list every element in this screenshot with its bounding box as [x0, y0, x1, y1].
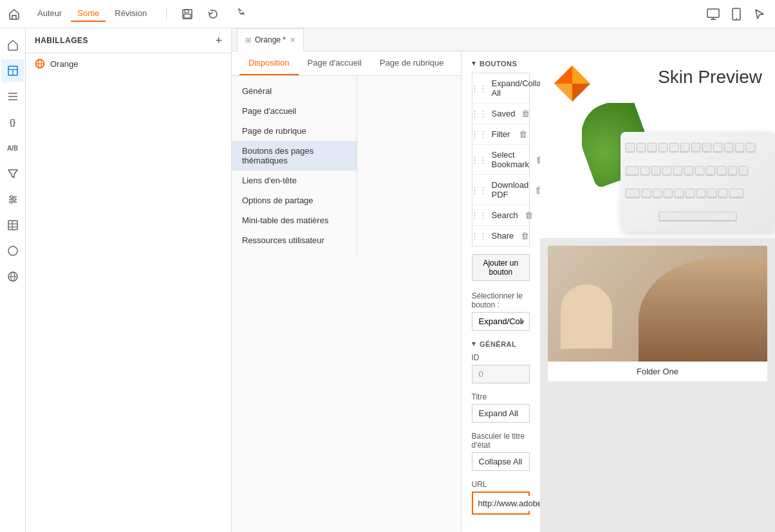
content-panels: Disposition Page d'accueil Page de rubri…	[232, 51, 775, 532]
topbar-divider	[166, 8, 167, 21]
sidebar-icon-globe[interactable]	[1, 265, 24, 288]
redo-button[interactable]	[231, 6, 247, 22]
sidebar-icon-filter[interactable]	[1, 162, 24, 185]
tab-bar: ⊞ Orange * ✕	[232, 28, 775, 51]
nav-sortie[interactable]: Sortie	[71, 6, 106, 22]
title-field-group: Titre	[472, 392, 530, 423]
add-habillage-button[interactable]: +	[215, 35, 222, 46]
drag-handle[interactable]: ⋮⋮	[472, 129, 485, 139]
top-nav: Auteur Sortie Révision	[31, 6, 153, 22]
sub-tab-accueil[interactable]: Page d'accueil	[299, 51, 371, 75]
sidebar-icon-list[interactable]	[1, 85, 24, 108]
button-label-expand: Expand/Collapse All	[485, 73, 541, 103]
svg-point-7	[736, 18, 737, 19]
sidebar-icon-table[interactable]	[1, 214, 24, 237]
preview-bottom: Folder One	[540, 238, 775, 532]
preview-title: Skin Preview	[658, 67, 762, 87]
drag-handle[interactable]: ⋮⋮	[472, 231, 485, 241]
button-label-saved: Saved	[485, 104, 522, 124]
sidebar-item-orange[interactable]: Orange	[26, 53, 231, 74]
toggle-title-input[interactable]	[472, 452, 530, 471]
nav-boutons[interactable]: Boutons des pages thématiques	[232, 141, 357, 170]
nav-revision[interactable]: Révision	[108, 6, 153, 22]
preview-keyboard	[608, 116, 775, 232]
panel-header: HABILLAGES +	[26, 28, 231, 53]
sidebar-icon-circle[interactable]	[1, 239, 24, 262]
select-button-group: Sélectionner le bouton : Expand/Collapse…	[472, 291, 530, 331]
drag-handle[interactable]: ⋮⋮	[472, 84, 485, 93]
select-button-label: Sélectionner le bouton :	[472, 291, 530, 309]
svg-point-19	[10, 201, 12, 203]
list-item: ⋮⋮ Saved 🗑	[472, 104, 530, 124]
delete-button-search[interactable]: 🗑	[525, 210, 533, 220]
nav-general[interactable]: Général	[232, 81, 357, 101]
mobile-icon[interactable]	[729, 6, 744, 22]
preview-panel: Skin Preview	[540, 51, 775, 532]
id-input[interactable]	[472, 365, 530, 383]
cursor-tool-icon[interactable]	[752, 6, 767, 22]
nav-accueil[interactable]: Page d'accueil	[232, 101, 357, 121]
button-select[interactable]: Expand/Collapse All Saved Filter Select …	[472, 312, 530, 331]
logo-diamond	[553, 64, 592, 105]
svg-rect-20	[8, 221, 17, 230]
nav-partage[interactable]: Options de partage	[232, 190, 357, 210]
content-area: ⊞ Orange * ✕ Disposition Page d'accueil …	[232, 28, 775, 532]
sidebar-icon-sliders[interactable]	[1, 188, 24, 211]
svg-marker-38	[554, 66, 572, 84]
delete-button-bookmark[interactable]: 🗑	[536, 155, 540, 165]
delete-button-share[interactable]: 🗑	[520, 231, 529, 241]
list-item: ⋮⋮ Search 🗑	[472, 205, 530, 226]
delete-button-saved[interactable]: 🗑	[521, 109, 530, 118]
nav-liens[interactable]: Liens d'en-tête	[232, 170, 357, 190]
drag-handle[interactable]: ⋮⋮	[472, 185, 485, 195]
list-item: ⋮⋮ Share 🗑	[472, 226, 530, 246]
nav-rubrique[interactable]: Page de rubrique	[232, 121, 357, 141]
general-section-label: GÉNÉRAL	[480, 340, 516, 348]
title-input[interactable]	[472, 404, 530, 423]
sidebar-item-orange-label: Orange	[50, 59, 78, 69]
url-label: URL	[472, 480, 530, 489]
buttons-chevron-icon[interactable]: ▾	[472, 59, 476, 68]
sub-tab-disposition[interactable]: Disposition	[239, 51, 299, 75]
nav-auteur[interactable]: Auteur	[31, 6, 68, 22]
sidebar-icon-code[interactable]: {}	[1, 111, 24, 134]
sidebar-icon-layout[interactable]	[1, 59, 24, 82]
save-button[interactable]	[180, 6, 195, 22]
drag-handle[interactable]: ⋮⋮	[472, 210, 485, 220]
tab-close-button[interactable]: ✕	[290, 36, 295, 44]
sidebar-icon-home[interactable]	[1, 33, 24, 57]
desktop-icon[interactable]	[705, 6, 721, 22]
list-item: ⋮⋮ Select Bookmark 🗑	[472, 145, 530, 175]
panel-title: HABILLAGES	[35, 36, 88, 45]
sub-tabs: Disposition Page d'accueil Page de rubri…	[232, 51, 461, 76]
home-icon[interactable]	[8, 8, 21, 21]
button-label-filter: Filter	[485, 124, 517, 144]
svg-marker-39	[572, 84, 590, 102]
nav-mini-table[interactable]: Mini-table des matières	[232, 210, 357, 230]
svg-rect-3	[707, 9, 719, 17]
toggle-title-field-group: Basculer le titre d'état	[472, 432, 530, 471]
svg-marker-40	[554, 84, 572, 102]
nav-ressources[interactable]: Ressources utilisateur	[232, 230, 357, 250]
drag-handle[interactable]: ⋮⋮	[472, 109, 485, 118]
delete-button-filter[interactable]: 🗑	[516, 129, 529, 139]
panel-sidebar: HABILLAGES + Orange	[26, 28, 232, 532]
list-item: ⋮⋮ Filter 🗑	[472, 124, 530, 145]
tab-icon: ⊞	[245, 36, 251, 44]
button-label-search: Search	[485, 205, 525, 225]
general-chevron-icon[interactable]: ▾	[472, 340, 476, 348]
svg-point-17	[10, 196, 13, 198]
sub-tab-rubrique[interactable]: Page de rubrique	[371, 51, 453, 75]
tab-label: Orange *	[255, 35, 286, 44]
undo-button[interactable]	[205, 6, 221, 22]
url-input[interactable]	[474, 496, 541, 511]
button-label-share: Share	[485, 226, 521, 246]
drag-handle[interactable]: ⋮⋮	[472, 155, 485, 165]
icon-sidebar: {} A/B	[0, 28, 26, 532]
tab-orange[interactable]: ⊞ Orange * ✕	[237, 28, 304, 51]
delete-button-pdf[interactable]: 🗑	[535, 185, 540, 195]
left-nav: Général Page d'accueil Page de rubrique …	[232, 76, 357, 255]
url-field-group: URL	[472, 480, 530, 515]
sidebar-icon-ab[interactable]: A/B	[1, 136, 24, 160]
add-button[interactable]: Ajouter un bouton	[472, 254, 530, 281]
